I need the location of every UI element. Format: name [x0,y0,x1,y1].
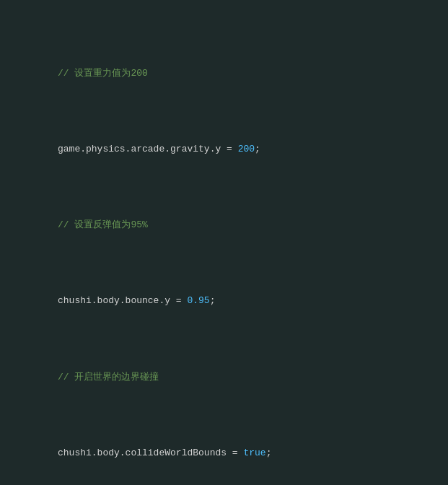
number-token: 200 [238,142,255,157]
code-token: ; [210,294,216,309]
code-token: game.physics.arcade.gravity.y = [58,142,238,157]
comment-text: // 开启世界的边界碰撞 [58,370,159,385]
code-line: // 设置重力值为200 [0,66,448,82]
code-line: chushi.body.bounce.y = 0.95; [0,294,448,310]
code-token: ; [255,142,260,157]
comment-text: // 设置重力值为200 [58,66,148,82]
comment-text: // 设置反弹值为95% [58,218,148,233]
code-line: // 设置反弹值为95% [0,218,448,234]
number-token: 0.95 [187,294,209,309]
code-line: chushi.body.collideWorldBounds = true; [0,445,448,461]
boolean-token: true [243,446,265,461]
code-token: chushi.body.bounce.y = [58,294,187,309]
code-token: ; [266,446,272,461]
code-token: chushi.body.collideWorldBounds = [58,446,243,461]
code-line: game.physics.arcade.gravity.y = 200; [0,141,448,157]
code-line: // 开启世界的边界碰撞 [0,370,448,385]
code-editor: // 设置重力值为200 game.physics.arcade.gravity… [0,0,448,485]
